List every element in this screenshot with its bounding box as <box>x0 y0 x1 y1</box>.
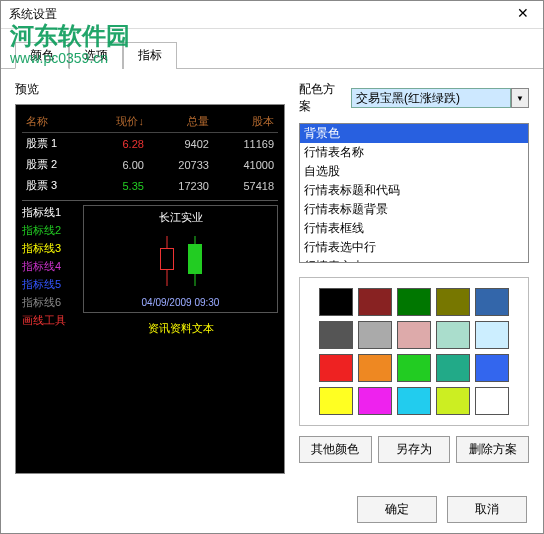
color-swatch[interactable] <box>397 288 431 316</box>
table-row: 股票 16.28940211169 <box>22 133 278 155</box>
color-target-list[interactable]: 背景色行情表名称自选股行情表标题和代码行情表标题背景行情表框线行情表选中行行情表… <box>299 123 529 263</box>
chevron-down-icon[interactable]: ▼ <box>511 88 529 108</box>
scheme-dropdown[interactable]: ▼ <box>351 88 529 108</box>
color-swatch[interactable] <box>397 387 431 415</box>
color-swatch[interactable] <box>475 288 509 316</box>
candle-down-icon <box>188 236 202 286</box>
tab-bar: 颜色 选项 指标 <box>1 37 543 69</box>
color-swatch[interactable] <box>319 387 353 415</box>
list-item[interactable]: 背景色 <box>300 124 528 143</box>
color-swatch[interactable] <box>436 288 470 316</box>
save-as-button[interactable]: 另存为 <box>378 436 451 463</box>
cancel-button[interactable]: 取消 <box>447 496 527 523</box>
col-name: 名称 <box>22 111 88 133</box>
col-price: 现价↓ <box>88 111 148 133</box>
table-row: 股票 26.002073341000 <box>22 154 278 175</box>
list-item[interactable]: 行情表标题和代码 <box>300 181 528 200</box>
color-swatch[interactable] <box>475 354 509 382</box>
color-swatch[interactable] <box>358 354 392 382</box>
candlestick-chart: 长江实业 04/09/2009 09:30 <box>83 205 278 313</box>
col-volume: 总量 <box>148 111 213 133</box>
color-swatch[interactable] <box>397 354 431 382</box>
indicator-label: 画线工具 <box>22 313 77 328</box>
chart-title: 长江实业 <box>159 210 203 225</box>
color-swatch[interactable] <box>358 387 392 415</box>
other-color-button[interactable]: 其他颜色 <box>299 436 372 463</box>
tab-color[interactable]: 颜色 <box>15 42 69 69</box>
color-swatch[interactable] <box>436 321 470 349</box>
tab-indicator[interactable]: 指标 <box>123 42 177 69</box>
list-item[interactable]: 行情表标题背景 <box>300 200 528 219</box>
color-swatch[interactable] <box>358 321 392 349</box>
color-swatch[interactable] <box>319 321 353 349</box>
list-item[interactable]: 行情表选中行 <box>300 238 528 257</box>
indicator-label: 指标线2 <box>22 223 77 238</box>
col-shares: 股本 <box>213 111 278 133</box>
preview-label: 预览 <box>15 81 285 98</box>
quote-table: 名称 现价↓ 总量 股本 股票 16.28940211169股票 26.0020… <box>22 111 278 196</box>
indicator-label: 指标线6 <box>22 295 77 310</box>
scheme-label: 配色方案 <box>299 81 343 115</box>
indicator-label: 指标线1 <box>22 205 77 220</box>
color-swatch[interactable] <box>319 288 353 316</box>
preview-panel: 名称 现价↓ 总量 股本 股票 16.28940211169股票 26.0020… <box>15 104 285 474</box>
ok-button[interactable]: 确定 <box>357 496 437 523</box>
indicator-label: 指标线4 <box>22 259 77 274</box>
tab-options[interactable]: 选项 <box>69 42 123 69</box>
color-swatch[interactable] <box>358 288 392 316</box>
indicator-label: 指标线5 <box>22 277 77 292</box>
color-swatch[interactable] <box>475 387 509 415</box>
scheme-input[interactable] <box>351 88 511 108</box>
list-item[interactable]: 行情表框线 <box>300 219 528 238</box>
list-item[interactable]: 行情表名称 <box>300 143 528 162</box>
list-item[interactable]: 自选股 <box>300 162 528 181</box>
color-swatch[interactable] <box>436 354 470 382</box>
list-item[interactable]: 行情表文本 <box>300 257 528 263</box>
palette-box <box>299 277 529 426</box>
candle-up-icon <box>160 236 174 286</box>
color-swatch[interactable] <box>436 387 470 415</box>
color-swatch[interactable] <box>475 321 509 349</box>
window-title: 系统设置 <box>9 6 57 23</box>
delete-scheme-button[interactable]: 删除方案 <box>456 436 529 463</box>
indicator-label: 指标线3 <box>22 241 77 256</box>
table-row: 股票 35.351723057418 <box>22 175 278 196</box>
close-icon[interactable]: ✕ <box>511 5 535 25</box>
info-text: 资讯资料文本 <box>83 321 278 336</box>
color-swatch[interactable] <box>319 354 353 382</box>
color-swatch[interactable] <box>397 321 431 349</box>
indicator-list: 指标线1指标线2指标线3指标线4指标线5指标线6画线工具 <box>22 205 77 336</box>
chart-date: 04/09/2009 09:30 <box>142 297 220 308</box>
